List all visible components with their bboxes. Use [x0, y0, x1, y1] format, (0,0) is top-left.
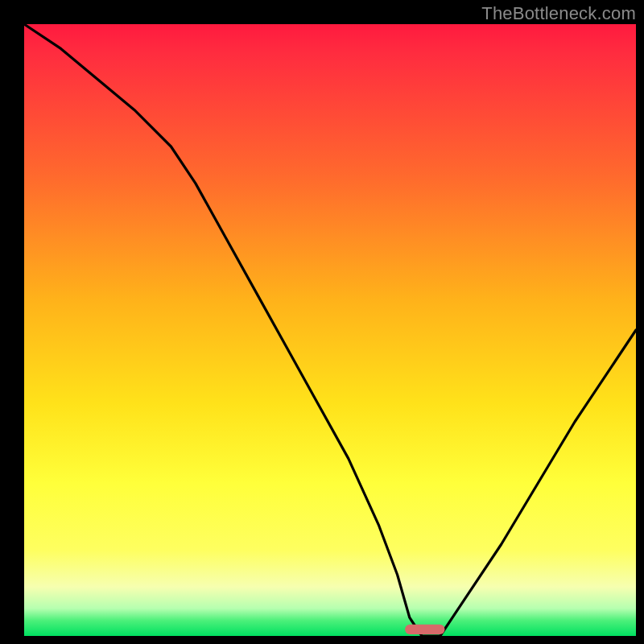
watermark-text: TheBottleneck.com [481, 3, 636, 24]
plot-background [24, 24, 636, 636]
chart-frame: TheBottleneck.com [0, 0, 644, 644]
optimal-marker [405, 625, 444, 634]
bottleneck-chart [0, 0, 644, 644]
